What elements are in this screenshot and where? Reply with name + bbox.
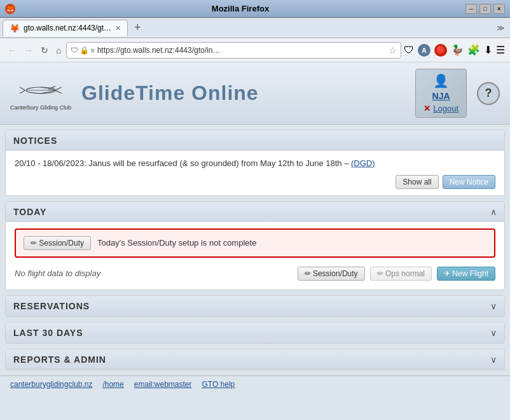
last30-title: LAST 30 DAYS <box>13 328 83 338</box>
reports-section: REPORTS & ADMIN ∨ <box>5 349 505 370</box>
logout-link[interactable]: Logout <box>433 104 458 113</box>
titlebar: 🦊 Mozilla Firefox ─ □ ✕ <box>0 0 510 18</box>
alert-message: Today's Session/Duty setup is not comple… <box>97 238 256 248</box>
session-duty-button[interactable]: ✏ Session/Duty <box>298 267 365 281</box>
today-actions: No flight data to display ✏ Session/Duty… <box>15 264 495 283</box>
app-header: Canterbury Gliding Club GlideTime Online… <box>0 62 510 125</box>
nav-right-icons: 🛡 A 🔴 🦆 🧩 ⬇ ☰ <box>404 44 505 57</box>
notices-header[interactable]: NOTICES <box>6 130 504 151</box>
footer-help-link[interactable]: GTO help <box>202 380 235 389</box>
address-security-icons: 🛡 🔒 ≡ <box>71 46 94 55</box>
titlebar-title: Mozilla Firefox <box>15 4 465 13</box>
today-header[interactable]: TODAY ∧ <box>6 202 504 222</box>
footer-club-link[interactable]: canterburyglidingclub.nz <box>10 380 92 389</box>
minimize-button[interactable]: ─ <box>465 4 477 14</box>
reload-button[interactable]: ↻ <box>38 44 51 57</box>
footer-email-link[interactable]: email:webmaster <box>134 380 192 389</box>
footer-home-link[interactable]: /home <box>102 380 123 389</box>
help-button[interactable]: ? <box>477 82 500 105</box>
logo-subtitle: Canterbury Gliding Club <box>10 104 71 111</box>
show-all-button[interactable]: Show all <box>396 175 438 189</box>
reservations-title: RESERVATIONS <box>13 301 90 311</box>
close-button[interactable]: ✕ <box>493 4 505 14</box>
today-body: ✏ Session/Duty Today's Session/Duty setu… <box>6 222 504 290</box>
window-controls: ─ □ ✕ <box>465 4 505 14</box>
firefox-icon: 🦊 <box>5 4 15 14</box>
tab-label: gto.walls.net.nz:4443/gt… <box>24 24 111 32</box>
duck-icon[interactable]: 🦆 <box>451 44 464 56</box>
reservations-header[interactable]: RESERVATIONS ∨ <box>6 296 504 316</box>
svg-line-1 <box>20 87 25 90</box>
active-tab[interactable]: 🦊 gto.walls.net.nz:4443/gt… ✕ <box>3 20 128 36</box>
navigation-bar: ← → ↻ ⌂ 🛡 🔒 ≡ https://gto.walls.net.nz:4… <box>0 38 510 62</box>
last30-header[interactable]: LAST 30 DAYS ∨ <box>6 323 504 343</box>
notice-dgd-link[interactable]: (DGD) <box>351 158 375 168</box>
reports-title: REPORTS & ADMIN <box>13 354 106 365</box>
lock-icon: 🔒 <box>79 46 89 55</box>
notices-section: NOTICES 20/10 - 18/06/2023: Janus will b… <box>5 130 505 196</box>
bookmark-star-icon[interactable]: ☆ <box>389 45 397 55</box>
notice-text: 20/10 - 18/06/2023: Janus will be resurf… <box>15 157 495 170</box>
today-chevron-icon: ∧ <box>490 207 497 217</box>
svg-line-2 <box>20 90 25 94</box>
reports-header[interactable]: REPORTS & ADMIN ∨ <box>6 349 504 370</box>
today-title: TODAY <box>13 207 46 217</box>
app-title: GlideTime Online <box>81 81 259 105</box>
downloads-icon[interactable]: ⬇ <box>484 44 492 56</box>
glider-logo-svg <box>15 76 66 104</box>
reservations-chevron-icon: ∨ <box>490 301 497 311</box>
last30-chevron-icon: ∨ <box>490 328 497 338</box>
tab-firefox-icon: 🦊 <box>10 24 20 33</box>
address-text: https://gto.walls.net.nz:4443/gto/in… <box>97 46 386 55</box>
ops-normal-button[interactable]: ✏ Ops normal <box>370 267 432 281</box>
user-avatar-icon: 👤 <box>433 73 449 88</box>
logout-x-icon: ✕ <box>424 104 431 113</box>
reports-chevron-icon: ∨ <box>490 354 497 365</box>
shield-check-icon[interactable]: 🛡 <box>404 45 414 56</box>
new-flight-button[interactable]: ✈ New Flight <box>437 267 495 281</box>
notice-content: 20/10 - 18/06/2023: Janus will be resurf… <box>15 158 348 168</box>
logo-area: Canterbury Gliding Club <box>10 76 71 111</box>
last30-section: LAST 30 DAYS ∨ <box>5 322 505 344</box>
reservations-section: RESERVATIONS ∨ <box>5 295 505 317</box>
today-alert-box: ✏ Session/Duty Today's Session/Duty setu… <box>15 228 495 258</box>
user-area: 👤 NJA ✕ Logout ? <box>415 69 500 118</box>
secure-icon: ≡ <box>90 46 94 54</box>
back-button[interactable]: ← <box>5 44 19 57</box>
no-flight-text: No flight data to display <box>15 269 293 278</box>
logout-row: ✕ Logout <box>424 104 458 113</box>
alert-session-duty-button[interactable]: ✏ Session/Duty <box>24 236 91 250</box>
forward-button[interactable]: → <box>22 44 36 57</box>
user-card: 👤 NJA ✕ Logout <box>415 69 467 118</box>
tab-close-icon[interactable]: ✕ <box>115 24 121 32</box>
maximize-button[interactable]: □ <box>479 4 491 14</box>
tab-overflow-button[interactable]: ≫ <box>494 24 507 32</box>
notice-actions: Show all New Notice <box>15 175 495 189</box>
notices-body: 20/10 - 18/06/2023: Janus will be resurf… <box>6 151 504 195</box>
extensions-icon[interactable]: 🧩 <box>467 44 480 56</box>
addon-icon[interactable]: 🔴 <box>434 44 447 57</box>
svg-line-3 <box>55 87 62 90</box>
address-bar[interactable]: 🛡 🔒 ≡ https://gto.walls.net.nz:4443/gto/… <box>66 42 401 59</box>
page-content: Canterbury Gliding Club GlideTime Online… <box>0 62 510 420</box>
page-footer: canterburyglidingclub.nz /home email:web… <box>0 375 510 393</box>
svg-line-4 <box>55 90 62 94</box>
today-section: TODAY ∧ ✏ Session/Duty Today's Session/D… <box>5 201 505 290</box>
account-icon[interactable]: A <box>418 44 431 57</box>
notices-title: NOTICES <box>13 136 57 146</box>
shield-icon: 🛡 <box>71 46 78 55</box>
home-button[interactable]: ⌂ <box>53 44 64 57</box>
new-tab-button[interactable]: + <box>130 21 145 34</box>
menu-icon[interactable]: ☰ <box>496 44 505 56</box>
new-notice-button[interactable]: New Notice <box>443 175 495 189</box>
user-name[interactable]: NJA <box>432 91 450 101</box>
tab-bar: 🦊 gto.walls.net.nz:4443/gt… ✕ + ≫ <box>0 18 510 38</box>
